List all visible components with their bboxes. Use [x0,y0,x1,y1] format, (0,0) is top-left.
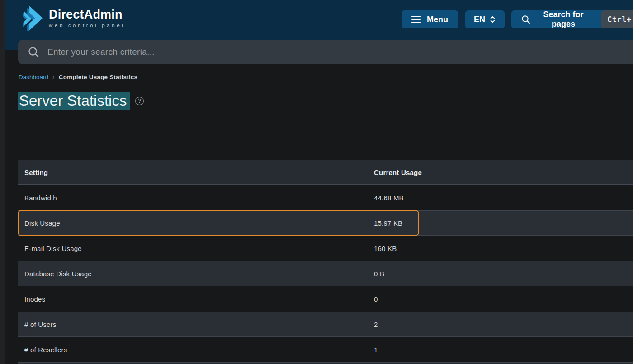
usage-cell: 15.97 KB [374,219,402,227]
main-search-bar [18,40,633,64]
brand-logo-link[interactable]: DirectAdmin web control panel [17,5,125,31]
table-row-inodes: Inodes 0 [18,286,633,312]
usage-cell: 44.68 MB [374,194,404,202]
setting-cell: Disk Usage [18,219,60,227]
page-title-text: Server Statistics [18,92,130,110]
server-statistics-table: Setting Current Usage Bandwidth 44.68 MB… [18,160,633,364]
table-header-row: Setting Current Usage [18,160,633,185]
table-row-email-disk-usage: E-mail Disk Usage 160 KB [18,236,633,261]
setting-cell: Database Disk Usage [18,270,92,278]
language-selector-button[interactable]: EN [465,10,505,28]
chevron-right-icon: › [52,73,55,80]
setting-cell: # of Resellers [18,346,67,354]
title-divider [18,116,633,116]
title-row: Server Statistics ? [18,90,144,111]
breadcrumb-dashboard-link[interactable]: Dashboard [19,74,48,80]
column-header-setting: Setting [18,169,48,176]
page-title: Server Statistics [18,90,130,111]
magnifier-icon [521,14,531,24]
brand-name: DirectAdmin [49,8,125,21]
table-row-bandwidth: Bandwidth 44.68 MB [18,185,633,210]
table-row-num-users: # of Users 2 [18,312,633,337]
menu-button-label: Menu [427,15,448,24]
left-edge-strip [0,0,5,364]
unfold-chevrons-icon [489,15,496,24]
brand-text: DirectAdmin web control panel [49,8,125,28]
brand-tagline: web control panel [49,23,125,28]
usage-cell: 160 KB [374,245,397,252]
magnifier-icon [28,46,40,58]
setting-cell: Inodes [18,295,45,303]
column-header-current-usage: Current Usage [374,169,422,176]
page-root: DirectAdmin web control panel Menu EN [0,0,633,364]
usage-cell: 0 B [374,270,384,278]
table-row-num-resellers: # of Resellers 1 [18,337,633,362]
breadcrumb-current: Complete Usage Statistics [59,74,138,80]
keyboard-shortcut-badge: Ctrl+ [601,10,633,28]
table-row-partial [18,362,633,364]
breadcrumb: Dashboard › Complete Usage Statistics [19,73,137,80]
directadmin-logo-icon [17,5,43,31]
usage-cell: 0 [374,295,378,303]
usage-cell: 2 [374,321,378,328]
table-row-database-disk-usage: Database Disk Usage 0 B [18,261,633,286]
table-row-disk-usage: Disk Usage 15.97 KB [18,210,633,236]
setting-cell: Bandwidth [18,194,57,202]
search-input[interactable] [47,47,633,57]
search-pages-button[interactable]: Search for pages Ctrl+ [511,10,633,28]
language-label: EN [474,15,485,24]
setting-cell: # of Users [18,321,56,328]
help-icon[interactable]: ? [135,97,144,105]
search-pages-label: Search for pages [537,10,590,29]
usage-cell: 1 [374,346,378,354]
menu-button[interactable]: Menu [402,10,458,28]
setting-cell: E-mail Disk Usage [18,245,82,252]
hamburger-icon [411,16,421,23]
